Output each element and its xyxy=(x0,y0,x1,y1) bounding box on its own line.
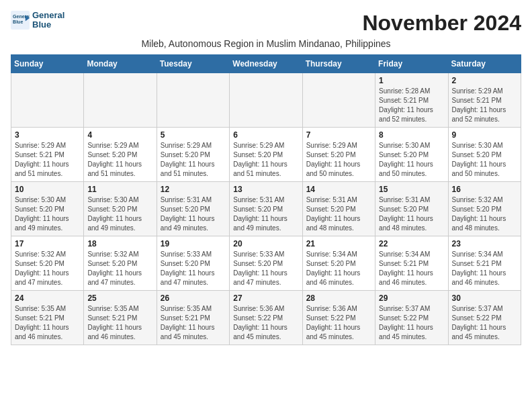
day-info: Sunrise: 5:31 AM Sunset: 5:20 PM Dayligh… xyxy=(306,195,371,233)
day-number: 28 xyxy=(306,293,371,303)
day-info: Sunrise: 5:30 AM Sunset: 5:20 PM Dayligh… xyxy=(452,141,517,179)
day-info: Sunrise: 5:33 AM Sunset: 5:20 PM Dayligh… xyxy=(161,250,226,287)
calendar-cell: 18Sunrise: 5:32 AM Sunset: 5:20 PM Dayli… xyxy=(84,236,157,291)
weekday-header-wednesday: Wednesday xyxy=(230,55,302,73)
day-info: Sunrise: 5:35 AM Sunset: 5:21 PM Dayligh… xyxy=(161,304,226,342)
calendar-cell: 30Sunrise: 5:37 AM Sunset: 5:22 PM Dayli… xyxy=(448,291,521,345)
day-info: Sunrise: 5:37 AM Sunset: 5:22 PM Dayligh… xyxy=(452,304,517,342)
day-info: Sunrise: 5:32 AM Sunset: 5:20 PM Dayligh… xyxy=(15,250,80,287)
calendar-cell: 24Sunrise: 5:35 AM Sunset: 5:21 PM Dayli… xyxy=(11,291,84,345)
day-number: 13 xyxy=(233,185,298,194)
calendar-cell: 4Sunrise: 5:29 AM Sunset: 5:20 PM Daylig… xyxy=(84,128,157,182)
day-info: Sunrise: 5:29 AM Sunset: 5:20 PM Dayligh… xyxy=(306,141,371,179)
calendar-cell: 8Sunrise: 5:30 AM Sunset: 5:20 PM Daylig… xyxy=(375,128,448,182)
day-number: 17 xyxy=(15,239,80,248)
day-info: Sunrise: 5:32 AM Sunset: 5:20 PM Dayligh… xyxy=(452,195,517,233)
calendar-cell: 5Sunrise: 5:29 AM Sunset: 5:20 PM Daylig… xyxy=(157,128,229,182)
day-number: 1 xyxy=(379,76,444,85)
day-number: 5 xyxy=(161,130,226,140)
calendar-cell: 21Sunrise: 5:34 AM Sunset: 5:20 PM Dayli… xyxy=(302,236,375,291)
calendar-cell xyxy=(84,73,157,128)
calendar-cell: 29Sunrise: 5:37 AM Sunset: 5:22 PM Dayli… xyxy=(375,291,448,345)
calendar-table: SundayMondayTuesdayWednesdayThursdayFrid… xyxy=(11,54,521,345)
calendar-cell: 10Sunrise: 5:30 AM Sunset: 5:20 PM Dayli… xyxy=(11,182,84,236)
calendar-cell: 25Sunrise: 5:35 AM Sunset: 5:21 PM Dayli… xyxy=(84,291,157,345)
logo-text: General Blue xyxy=(32,11,64,30)
day-number: 3 xyxy=(15,130,80,140)
day-number: 10 xyxy=(15,185,80,194)
general-blue-icon: General Blue xyxy=(11,11,30,30)
weekday-header-sunday: Sunday xyxy=(11,55,84,73)
day-number: 21 xyxy=(306,239,371,248)
calendar-cell xyxy=(302,73,375,128)
day-info: Sunrise: 5:29 AM Sunset: 5:20 PM Dayligh… xyxy=(233,141,298,179)
day-info: Sunrise: 5:37 AM Sunset: 5:22 PM Dayligh… xyxy=(379,304,444,342)
day-info: Sunrise: 5:36 AM Sunset: 5:22 PM Dayligh… xyxy=(233,304,298,342)
day-number: 14 xyxy=(306,185,371,194)
day-number: 11 xyxy=(87,185,152,194)
svg-text:Blue: Blue xyxy=(13,19,23,24)
calendar-cell: 1Sunrise: 5:28 AM Sunset: 5:21 PM Daylig… xyxy=(375,73,448,128)
calendar-cell: 20Sunrise: 5:33 AM Sunset: 5:20 PM Dayli… xyxy=(230,236,302,291)
day-info: Sunrise: 5:30 AM Sunset: 5:20 PM Dayligh… xyxy=(15,195,80,233)
day-number: 2 xyxy=(452,76,517,85)
day-info: Sunrise: 5:29 AM Sunset: 5:21 PM Dayligh… xyxy=(452,87,517,124)
day-number: 22 xyxy=(379,239,444,248)
day-info: Sunrise: 5:31 AM Sunset: 5:20 PM Dayligh… xyxy=(379,195,444,233)
calendar-cell: 16Sunrise: 5:32 AM Sunset: 5:20 PM Dayli… xyxy=(448,182,521,236)
calendar-cell xyxy=(11,73,84,128)
day-info: Sunrise: 5:35 AM Sunset: 5:21 PM Dayligh… xyxy=(87,304,152,342)
calendar-cell: 6Sunrise: 5:29 AM Sunset: 5:20 PM Daylig… xyxy=(230,128,302,182)
day-number: 9 xyxy=(452,130,517,140)
day-info: Sunrise: 5:31 AM Sunset: 5:20 PM Dayligh… xyxy=(233,195,298,233)
calendar-cell: 14Sunrise: 5:31 AM Sunset: 5:20 PM Dayli… xyxy=(302,182,375,236)
day-info: Sunrise: 5:29 AM Sunset: 5:21 PM Dayligh… xyxy=(15,141,80,179)
calendar-cell: 3Sunrise: 5:29 AM Sunset: 5:21 PM Daylig… xyxy=(11,128,84,182)
calendar-cell: 17Sunrise: 5:32 AM Sunset: 5:20 PM Dayli… xyxy=(11,236,84,291)
logo: General Blue General Blue xyxy=(11,11,64,30)
day-number: 12 xyxy=(161,185,226,194)
calendar-cell: 11Sunrise: 5:30 AM Sunset: 5:20 PM Dayli… xyxy=(84,182,157,236)
day-number: 16 xyxy=(452,185,517,194)
day-number: 30 xyxy=(452,293,517,303)
weekday-header-saturday: Saturday xyxy=(448,55,521,73)
month-title: November 2024 xyxy=(362,11,521,36)
calendar-cell: 27Sunrise: 5:36 AM Sunset: 5:22 PM Dayli… xyxy=(230,291,302,345)
day-info: Sunrise: 5:29 AM Sunset: 5:20 PM Dayligh… xyxy=(87,141,152,179)
day-number: 8 xyxy=(379,130,444,140)
weekday-header-thursday: Thursday xyxy=(302,55,375,73)
calendar-cell: 26Sunrise: 5:35 AM Sunset: 5:21 PM Dayli… xyxy=(157,291,229,345)
day-number: 27 xyxy=(233,293,298,303)
calendar-cell: 19Sunrise: 5:33 AM Sunset: 5:20 PM Dayli… xyxy=(157,236,229,291)
calendar-cell: 9Sunrise: 5:30 AM Sunset: 5:20 PM Daylig… xyxy=(448,128,521,182)
day-number: 24 xyxy=(15,293,80,303)
location-subtitle: Mileb, Autonomous Region in Muslim Minda… xyxy=(11,38,521,49)
day-info: Sunrise: 5:34 AM Sunset: 5:20 PM Dayligh… xyxy=(306,250,371,287)
day-number: 4 xyxy=(87,130,152,140)
day-info: Sunrise: 5:34 AM Sunset: 5:21 PM Dayligh… xyxy=(452,250,517,287)
weekday-header-tuesday: Tuesday xyxy=(157,55,229,73)
day-number: 19 xyxy=(161,239,226,248)
day-number: 26 xyxy=(161,293,226,303)
day-number: 25 xyxy=(87,293,152,303)
weekday-header-monday: Monday xyxy=(84,55,157,73)
day-info: Sunrise: 5:34 AM Sunset: 5:21 PM Dayligh… xyxy=(379,250,444,287)
calendar-cell: 13Sunrise: 5:31 AM Sunset: 5:20 PM Dayli… xyxy=(230,182,302,236)
day-number: 7 xyxy=(306,130,371,140)
weekday-header-friday: Friday xyxy=(375,55,448,73)
day-info: Sunrise: 5:30 AM Sunset: 5:20 PM Dayligh… xyxy=(87,195,152,233)
day-number: 20 xyxy=(233,239,298,248)
calendar-cell: 15Sunrise: 5:31 AM Sunset: 5:20 PM Dayli… xyxy=(375,182,448,236)
calendar-cell: 7Sunrise: 5:29 AM Sunset: 5:20 PM Daylig… xyxy=(302,128,375,182)
calendar-cell xyxy=(157,73,229,128)
day-info: Sunrise: 5:31 AM Sunset: 5:20 PM Dayligh… xyxy=(161,195,226,233)
day-number: 15 xyxy=(379,185,444,194)
calendar-cell xyxy=(230,73,302,128)
day-number: 23 xyxy=(452,239,517,248)
calendar-cell: 2Sunrise: 5:29 AM Sunset: 5:21 PM Daylig… xyxy=(448,73,521,128)
calendar-cell: 22Sunrise: 5:34 AM Sunset: 5:21 PM Dayli… xyxy=(375,236,448,291)
calendar-cell: 28Sunrise: 5:36 AM Sunset: 5:22 PM Dayli… xyxy=(302,291,375,345)
day-info: Sunrise: 5:32 AM Sunset: 5:20 PM Dayligh… xyxy=(87,250,152,287)
day-info: Sunrise: 5:33 AM Sunset: 5:20 PM Dayligh… xyxy=(233,250,298,287)
day-number: 29 xyxy=(379,293,444,303)
